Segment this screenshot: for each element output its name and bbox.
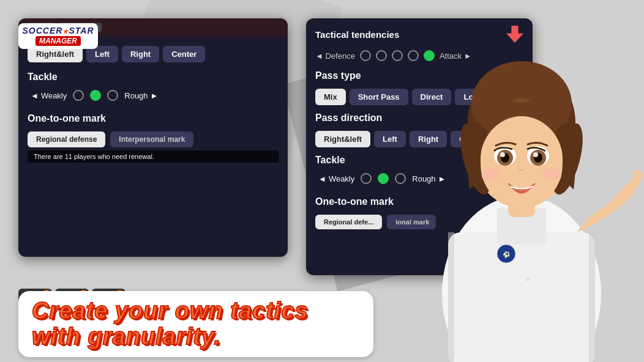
character-svg: ⚽ ○ (399, 0, 644, 362)
app-logo: SOCCER★STAR MANAGER (18, 23, 98, 49)
left-tackle-radio-1[interactable] (73, 90, 84, 101)
passdir-rightleft-btn[interactable]: Right&left (315, 131, 370, 147)
da-radio-2[interactable] (376, 50, 387, 61)
right-regional-defense-btn[interactable]: Regional defe... (315, 215, 382, 229)
svg-point-11 (480, 116, 563, 208)
left-dir-btn-center[interactable]: Center (163, 46, 205, 62)
right-tackle-weakly: Weakly (318, 174, 354, 183)
left-tackle-radio-2[interactable] (90, 90, 101, 101)
left-interpersonal-btn[interactable]: Interpersonal mark (110, 131, 193, 147)
svg-rect-1 (448, 232, 595, 362)
svg-point-19 (533, 152, 538, 157)
character-image: ⚽ ○ (399, 0, 644, 362)
left-tackle-weakly: Weakly (31, 91, 67, 100)
right-tackle-radio-2[interactable] (378, 173, 389, 184)
logo-soccer: SOCCER (23, 26, 63, 35)
defence-label: ◄ Defence (315, 51, 355, 61)
svg-text:○: ○ (525, 275, 530, 283)
left-regional-defense-btn[interactable]: Regional defense (28, 131, 105, 147)
left-tackle-rough: Rough (124, 91, 158, 100)
left-tackle-label: Tackle (28, 72, 279, 83)
logo-top-text: SOCCER★STAR (23, 26, 94, 35)
svg-text:⚽: ⚽ (503, 251, 511, 259)
bottom-text-line2: with granularity. (32, 324, 360, 350)
left-onetone-label: One-to-one mark (28, 113, 279, 124)
left-tackle-slider: Weakly Rough (28, 90, 279, 101)
right-panel-title: Tactical tendencies (315, 29, 399, 40)
left-notification: There are 11 players who need renewal. (28, 150, 279, 163)
logo-bottom-text: MANAGER (36, 36, 81, 46)
svg-rect-4 (589, 232, 595, 362)
left-panel: Direct Long Pass Right&left Left Right C… (18, 18, 288, 257)
bottom-text-box: Create your own tactics with granularity… (18, 291, 373, 357)
logo-star: ★ (62, 28, 69, 35)
svg-rect-3 (448, 232, 454, 362)
left-dir-btn-right[interactable]: Right (122, 46, 159, 62)
svg-point-18 (500, 152, 505, 157)
right-tackle-radio-1[interactable] (361, 173, 372, 184)
da-radio-1[interactable] (360, 50, 371, 61)
logo-star-text: STAR (69, 26, 94, 35)
logo-inner: SOCCER★STAR MANAGER (18, 23, 98, 49)
passtype-mix-btn[interactable]: Mix (315, 89, 346, 105)
left-tackle-radio-3[interactable] (107, 90, 118, 101)
bottom-text-line1: Create your own tactics (32, 298, 360, 324)
left-regional-btn-row: Regional defense Interpersonal mark (28, 131, 279, 147)
left-panel-content: Right&left Left Right Center Tackle Weak… (18, 37, 288, 172)
